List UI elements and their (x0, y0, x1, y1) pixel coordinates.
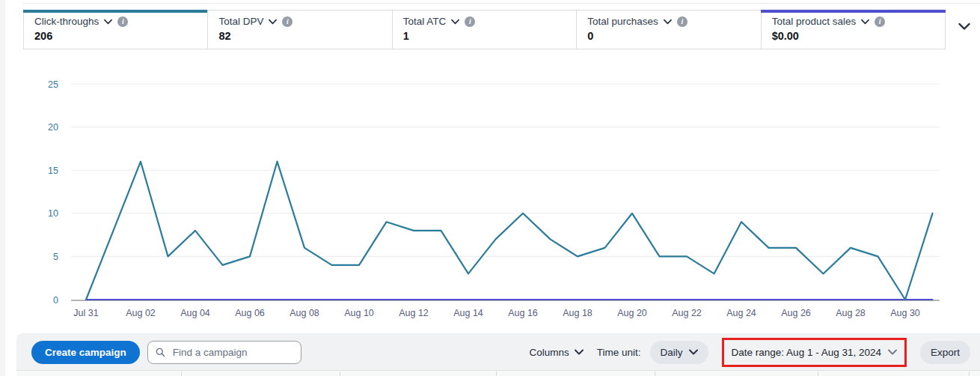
export-button[interactable]: Export (920, 341, 970, 364)
info-icon[interactable]: i (465, 16, 475, 27)
metric-card-total-dpv[interactable]: Total DPV i 82 (207, 10, 392, 49)
svg-text:Aug 04: Aug 04 (180, 308, 210, 318)
chevron-down-icon (575, 349, 584, 355)
selected-accent-bar (23, 10, 208, 13)
time-unit-select[interactable]: Daily (650, 341, 708, 364)
metric-value: 1 (403, 30, 566, 42)
svg-text:5: 5 (53, 252, 58, 262)
chevron-down-icon[interactable] (104, 19, 112, 25)
metric-value: $0.00 (772, 30, 934, 42)
metric-label: Total product sales (772, 16, 857, 27)
svg-text:0: 0 (53, 295, 58, 306)
info-icon[interactable]: i (282, 16, 293, 27)
date-range-highlight-annotation: Date range: Aug 1 - Aug 31, 2024 (722, 338, 907, 367)
time-unit-value: Daily (661, 347, 683, 358)
svg-text:Aug 30: Aug 30 (890, 308, 920, 318)
info-icon[interactable]: i (875, 16, 885, 27)
chevron-down-icon[interactable] (888, 349, 897, 355)
create-campaign-button[interactable]: Create campaign (31, 341, 140, 364)
column-divider (340, 372, 340, 376)
svg-text:Aug 10: Aug 10 (344, 308, 374, 318)
column-divider (496, 372, 497, 376)
svg-text:Aug 22: Aug 22 (672, 308, 702, 318)
chevron-down-icon[interactable] (664, 19, 672, 25)
metric-cards-row: Click-throughs i 206 Total DPV i 82 Tota… (23, 10, 946, 49)
svg-text:15: 15 (48, 166, 58, 176)
column-divider (818, 372, 818, 376)
time-unit-label: Time unit: (597, 347, 641, 358)
svg-text:Jul 31: Jul 31 (73, 308, 98, 318)
svg-text:Aug 24: Aug 24 (726, 308, 756, 318)
svg-text:Aug 12: Aug 12 (399, 308, 429, 318)
svg-text:Aug 16: Aug 16 (508, 308, 538, 318)
campaign-search-box[interactable] (147, 341, 301, 364)
svg-text:Aug 18: Aug 18 (563, 308, 592, 318)
chevron-down-icon[interactable] (269, 19, 277, 25)
selected-accent-bar (761, 10, 946, 13)
column-divider (181, 372, 182, 376)
metrics-line-chart: 0510152025Jul 31Aug 02Aug 04Aug 06Aug 08… (0, 49, 980, 330)
columns-label: Columns (529, 347, 569, 358)
metric-value: 0 (587, 30, 750, 42)
svg-text:20: 20 (48, 122, 58, 133)
metric-label: Total ATC (403, 16, 447, 27)
date-range-selector[interactable]: Date range: Aug 1 - Aug 31, 2024 (732, 347, 881, 358)
chevron-down-icon[interactable] (451, 19, 459, 25)
svg-text:10: 10 (48, 208, 58, 219)
svg-text:25: 25 (48, 79, 58, 90)
svg-text:Aug 06: Aug 06 (235, 308, 265, 318)
svg-text:Aug 08: Aug 08 (290, 308, 319, 318)
chevron-down-icon[interactable] (861, 19, 869, 25)
svg-text:Aug 14: Aug 14 (453, 308, 483, 318)
search-input[interactable] (171, 346, 293, 359)
metric-card-total-purchases[interactable]: Total purchases i 0 (576, 10, 761, 49)
svg-text:Aug 20: Aug 20 (617, 308, 647, 318)
column-divider (655, 372, 655, 376)
info-icon[interactable]: i (117, 16, 128, 27)
table-header-sliver (16, 370, 980, 376)
metric-card-click-throughs[interactable]: Click-throughs i 206 (23, 10, 208, 49)
header-divider (22, 3, 980, 4)
metric-label: Total purchases (587, 16, 658, 27)
svg-text:Aug 28: Aug 28 (836, 308, 866, 318)
metric-label: Total DPV (218, 16, 263, 27)
metric-card-total-atc[interactable]: Total ATC i 1 (392, 10, 577, 49)
info-icon[interactable]: i (677, 16, 687, 27)
metric-label: Click-throughs (34, 16, 99, 27)
search-icon (156, 347, 165, 358)
svg-text:Aug 02: Aug 02 (126, 308, 156, 318)
svg-text:Aug 26: Aug 26 (781, 308, 811, 318)
metric-value: 206 (34, 30, 197, 42)
metric-card-total-product-sales[interactable]: Total product sales i $0.00 (761, 10, 946, 49)
metric-value: 82 (218, 30, 381, 42)
column-divider (969, 372, 970, 376)
columns-dropdown[interactable]: Columns (529, 347, 583, 358)
chevron-down-icon (689, 349, 698, 355)
collapse-metrics-chevron-icon[interactable] (958, 22, 970, 31)
campaigns-toolbar: Create campaign Columns Time unit: Daily… (16, 333, 980, 371)
